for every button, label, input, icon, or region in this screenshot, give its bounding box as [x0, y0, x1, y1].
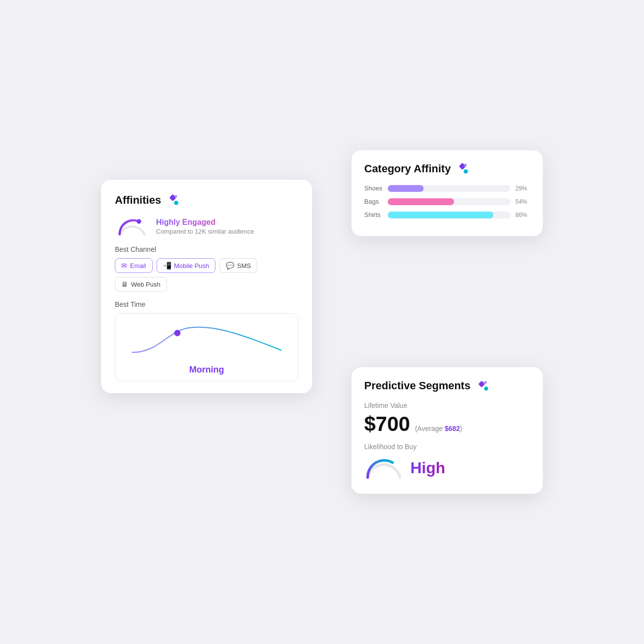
best-time-label: Best Time	[115, 300, 298, 308]
likelihood-label: Likelihood to Buy	[364, 443, 530, 451]
predictive-segments-card: Predictive Segments Lifetime Value $700 …	[351, 367, 543, 494]
engaged-label: Highly Engaged	[156, 218, 254, 227]
svg-rect-0	[169, 194, 177, 201]
svg-point-3	[136, 219, 141, 224]
predictive-header: Predictive Segments	[364, 379, 530, 393]
predictive-title: Predictive Segments	[364, 379, 470, 392]
best-channel-label: Best Channel	[115, 245, 298, 253]
channel-web-push[interactable]: 🖥 Web Push	[115, 277, 167, 292]
shoes-fill	[388, 185, 424, 192]
shirts-track	[388, 212, 510, 218]
likelihood-row: High	[364, 456, 530, 480]
bags-fill	[388, 198, 454, 205]
svg-point-10	[484, 381, 487, 384]
affinities-header: Affinities	[115, 193, 298, 207]
svg-point-2	[175, 195, 177, 198]
category-header: Category Affinity	[364, 162, 530, 176]
svg-point-4	[174, 330, 181, 336]
average-label: Average	[417, 425, 443, 432]
bags-pct: 54%	[515, 198, 530, 205]
ltv-average: (Average $682)	[415, 425, 462, 432]
bars-container: Shoes 29% Bags 54% Shirts 86%	[364, 185, 530, 218]
engagement-gauge	[115, 216, 149, 237]
affinities-title: Affinities	[115, 194, 161, 207]
svg-point-1	[174, 201, 179, 205]
bags-track	[388, 198, 510, 205]
morning-label: Morning	[123, 365, 290, 375]
channel-sms-label: SMS	[237, 262, 251, 269]
email-icon: ✉	[121, 262, 127, 269]
svg-rect-8	[479, 381, 485, 388]
shirts-label: Shirts	[364, 211, 383, 218]
shoes-label: Shoes	[364, 185, 383, 192]
bar-row-bags: Bags 54%	[364, 198, 530, 205]
affinities-card: Affinities Highly E	[101, 180, 312, 393]
shoes-track	[388, 185, 510, 192]
ltv-avg-amount: $682	[445, 425, 460, 432]
channel-mobile-push-label: Mobile Push	[174, 262, 210, 269]
shoes-pct: 29%	[515, 185, 530, 192]
best-time-box: Morning	[115, 313, 298, 381]
svg-rect-5	[459, 162, 466, 170]
bar-row-shirts: Shirts 86%	[364, 211, 530, 218]
engagement-text: Highly Engaged Compared to 12K similar a…	[156, 218, 254, 235]
web-push-icon: 🖥	[121, 280, 128, 288]
channel-sms[interactable]: 💬 SMS	[219, 258, 257, 273]
shirts-pct: 86%	[515, 212, 530, 218]
channel-email[interactable]: ✉ Email	[115, 258, 153, 273]
sms-icon: 💬	[226, 262, 234, 269]
engagement-section: Highly Engaged Compared to 12K similar a…	[115, 216, 298, 237]
ltv-value-row: $700 (Average $682)	[364, 412, 530, 436]
bags-label: Bags	[364, 198, 383, 205]
shirts-fill	[388, 212, 493, 218]
channels-list: ✉ Email 📲 Mobile Push 💬 SMS 🖥 Web Push	[115, 258, 298, 292]
ltv-amount: $700	[364, 412, 410, 436]
svg-point-7	[464, 164, 467, 166]
mobile-push-icon: 📲	[163, 262, 171, 269]
category-ai-icon	[456, 162, 469, 176]
ai-sparkle-icon	[166, 193, 180, 207]
bar-row-shoes: Shoes 29%	[364, 185, 530, 192]
comparison-text: Compared to 12K similar audience	[156, 228, 254, 235]
channel-mobile-push[interactable]: 📲 Mobile Push	[157, 258, 216, 273]
svg-point-9	[484, 386, 488, 390]
time-chart	[123, 322, 290, 361]
channel-email-label: Email	[130, 262, 146, 269]
category-affinity-card: Category Affinity Shoes 29% Bags	[351, 150, 543, 236]
ltv-label: Lifetime Value	[364, 402, 530, 409]
likelihood-gauge	[364, 456, 403, 480]
channel-web-push-label: Web Push	[131, 281, 161, 288]
svg-point-6	[464, 169, 468, 174]
high-label: High	[410, 459, 445, 477]
category-title: Category Affinity	[364, 162, 451, 175]
predictive-ai-icon	[475, 379, 489, 393]
